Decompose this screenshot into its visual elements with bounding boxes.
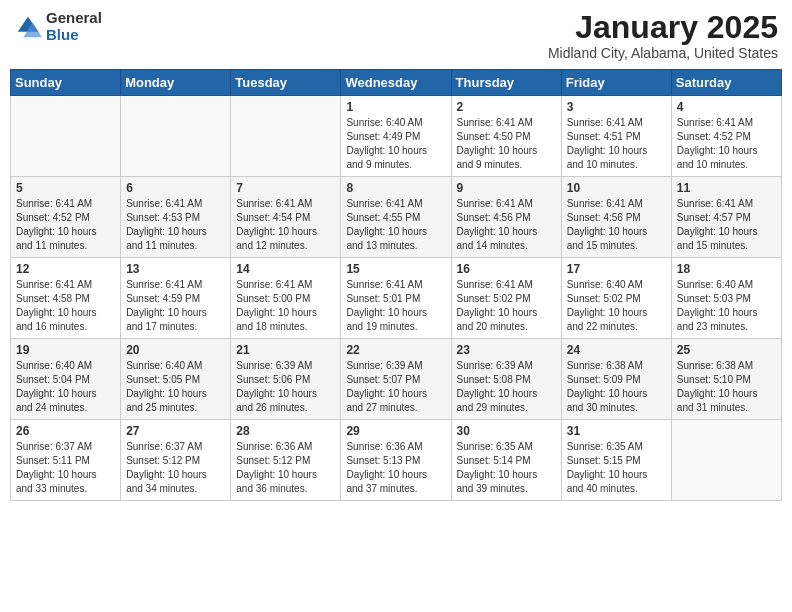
day-detail: Sunrise: 6:36 AM Sunset: 5:12 PM Dayligh… [236, 440, 335, 496]
calendar-cell: 13Sunrise: 6:41 AM Sunset: 4:59 PM Dayli… [121, 258, 231, 339]
day-number: 31 [567, 424, 666, 438]
day-number: 30 [457, 424, 556, 438]
calendar-cell: 4Sunrise: 6:41 AM Sunset: 4:52 PM Daylig… [671, 96, 781, 177]
day-detail: Sunrise: 6:41 AM Sunset: 4:58 PM Dayligh… [16, 278, 115, 334]
weekday-header-saturday: Saturday [671, 70, 781, 96]
day-detail: Sunrise: 6:39 AM Sunset: 5:08 PM Dayligh… [457, 359, 556, 415]
day-number: 12 [16, 262, 115, 276]
day-number: 29 [346, 424, 445, 438]
month-title: January 2025 [548, 10, 778, 45]
calendar-cell: 11Sunrise: 6:41 AM Sunset: 4:57 PM Dayli… [671, 177, 781, 258]
calendar-cell: 29Sunrise: 6:36 AM Sunset: 5:13 PM Dayli… [341, 420, 451, 501]
calendar-cell: 10Sunrise: 6:41 AM Sunset: 4:56 PM Dayli… [561, 177, 671, 258]
day-detail: Sunrise: 6:41 AM Sunset: 4:56 PM Dayligh… [457, 197, 556, 253]
calendar-week-row: 12Sunrise: 6:41 AM Sunset: 4:58 PM Dayli… [11, 258, 782, 339]
calendar-cell [231, 96, 341, 177]
weekday-header-sunday: Sunday [11, 70, 121, 96]
day-detail: Sunrise: 6:35 AM Sunset: 5:14 PM Dayligh… [457, 440, 556, 496]
day-number: 15 [346, 262, 445, 276]
page-header: General Blue January 2025 Midland City, … [10, 10, 782, 61]
day-detail: Sunrise: 6:41 AM Sunset: 5:02 PM Dayligh… [457, 278, 556, 334]
weekday-header-tuesday: Tuesday [231, 70, 341, 96]
calendar-cell: 26Sunrise: 6:37 AM Sunset: 5:11 PM Dayli… [11, 420, 121, 501]
calendar-cell [121, 96, 231, 177]
day-number: 11 [677, 181, 776, 195]
day-detail: Sunrise: 6:40 AM Sunset: 5:03 PM Dayligh… [677, 278, 776, 334]
calendar-cell: 23Sunrise: 6:39 AM Sunset: 5:08 PM Dayli… [451, 339, 561, 420]
location: Midland City, Alabama, United States [548, 45, 778, 61]
calendar-cell: 6Sunrise: 6:41 AM Sunset: 4:53 PM Daylig… [121, 177, 231, 258]
calendar-cell: 2Sunrise: 6:41 AM Sunset: 4:50 PM Daylig… [451, 96, 561, 177]
day-number: 13 [126, 262, 225, 276]
day-number: 28 [236, 424, 335, 438]
logo-text: General Blue [46, 10, 102, 43]
day-number: 9 [457, 181, 556, 195]
calendar-cell: 21Sunrise: 6:39 AM Sunset: 5:06 PM Dayli… [231, 339, 341, 420]
day-number: 3 [567, 100, 666, 114]
weekday-header-row: SundayMondayTuesdayWednesdayThursdayFrid… [11, 70, 782, 96]
weekday-header-thursday: Thursday [451, 70, 561, 96]
calendar-week-row: 5Sunrise: 6:41 AM Sunset: 4:52 PM Daylig… [11, 177, 782, 258]
day-detail: Sunrise: 6:40 AM Sunset: 5:02 PM Dayligh… [567, 278, 666, 334]
calendar-week-row: 26Sunrise: 6:37 AM Sunset: 5:11 PM Dayli… [11, 420, 782, 501]
calendar-cell: 31Sunrise: 6:35 AM Sunset: 5:15 PM Dayli… [561, 420, 671, 501]
weekday-header-wednesday: Wednesday [341, 70, 451, 96]
calendar-cell [11, 96, 121, 177]
day-number: 17 [567, 262, 666, 276]
day-detail: Sunrise: 6:41 AM Sunset: 4:55 PM Dayligh… [346, 197, 445, 253]
day-detail: Sunrise: 6:41 AM Sunset: 5:01 PM Dayligh… [346, 278, 445, 334]
calendar-cell: 25Sunrise: 6:38 AM Sunset: 5:10 PM Dayli… [671, 339, 781, 420]
day-number: 21 [236, 343, 335, 357]
calendar-cell: 14Sunrise: 6:41 AM Sunset: 5:00 PM Dayli… [231, 258, 341, 339]
day-number: 1 [346, 100, 445, 114]
calendar-cell: 19Sunrise: 6:40 AM Sunset: 5:04 PM Dayli… [11, 339, 121, 420]
day-number: 27 [126, 424, 225, 438]
weekday-header-monday: Monday [121, 70, 231, 96]
calendar-table: SundayMondayTuesdayWednesdayThursdayFrid… [10, 69, 782, 501]
calendar-cell: 12Sunrise: 6:41 AM Sunset: 4:58 PM Dayli… [11, 258, 121, 339]
day-detail: Sunrise: 6:40 AM Sunset: 5:05 PM Dayligh… [126, 359, 225, 415]
calendar-week-row: 1Sunrise: 6:40 AM Sunset: 4:49 PM Daylig… [11, 96, 782, 177]
calendar-cell: 20Sunrise: 6:40 AM Sunset: 5:05 PM Dayli… [121, 339, 231, 420]
day-detail: Sunrise: 6:41 AM Sunset: 5:00 PM Dayligh… [236, 278, 335, 334]
day-detail: Sunrise: 6:41 AM Sunset: 4:56 PM Dayligh… [567, 197, 666, 253]
day-number: 26 [16, 424, 115, 438]
day-number: 23 [457, 343, 556, 357]
logo: General Blue [14, 10, 102, 43]
weekday-header-friday: Friday [561, 70, 671, 96]
day-number: 25 [677, 343, 776, 357]
calendar-cell: 28Sunrise: 6:36 AM Sunset: 5:12 PM Dayli… [231, 420, 341, 501]
day-number: 10 [567, 181, 666, 195]
day-number: 6 [126, 181, 225, 195]
calendar-cell: 9Sunrise: 6:41 AM Sunset: 4:56 PM Daylig… [451, 177, 561, 258]
day-detail: Sunrise: 6:39 AM Sunset: 5:06 PM Dayligh… [236, 359, 335, 415]
day-detail: Sunrise: 6:41 AM Sunset: 4:50 PM Dayligh… [457, 116, 556, 172]
calendar-cell: 8Sunrise: 6:41 AM Sunset: 4:55 PM Daylig… [341, 177, 451, 258]
calendar-cell: 16Sunrise: 6:41 AM Sunset: 5:02 PM Dayli… [451, 258, 561, 339]
calendar-cell: 7Sunrise: 6:41 AM Sunset: 4:54 PM Daylig… [231, 177, 341, 258]
day-detail: Sunrise: 6:38 AM Sunset: 5:09 PM Dayligh… [567, 359, 666, 415]
day-detail: Sunrise: 6:37 AM Sunset: 5:12 PM Dayligh… [126, 440, 225, 496]
calendar-cell: 17Sunrise: 6:40 AM Sunset: 5:02 PM Dayli… [561, 258, 671, 339]
day-number: 8 [346, 181, 445, 195]
calendar-cell: 22Sunrise: 6:39 AM Sunset: 5:07 PM Dayli… [341, 339, 451, 420]
day-detail: Sunrise: 6:35 AM Sunset: 5:15 PM Dayligh… [567, 440, 666, 496]
day-number: 19 [16, 343, 115, 357]
day-number: 7 [236, 181, 335, 195]
logo-general-text: General [46, 10, 102, 27]
day-number: 5 [16, 181, 115, 195]
logo-icon [14, 13, 42, 41]
day-number: 4 [677, 100, 776, 114]
title-block: January 2025 Midland City, Alabama, Unit… [548, 10, 778, 61]
calendar-cell: 27Sunrise: 6:37 AM Sunset: 5:12 PM Dayli… [121, 420, 231, 501]
day-detail: Sunrise: 6:41 AM Sunset: 4:53 PM Dayligh… [126, 197, 225, 253]
calendar-cell: 3Sunrise: 6:41 AM Sunset: 4:51 PM Daylig… [561, 96, 671, 177]
calendar-cell: 15Sunrise: 6:41 AM Sunset: 5:01 PM Dayli… [341, 258, 451, 339]
day-detail: Sunrise: 6:41 AM Sunset: 4:57 PM Dayligh… [677, 197, 776, 253]
calendar-cell: 24Sunrise: 6:38 AM Sunset: 5:09 PM Dayli… [561, 339, 671, 420]
day-number: 20 [126, 343, 225, 357]
day-detail: Sunrise: 6:41 AM Sunset: 4:54 PM Dayligh… [236, 197, 335, 253]
calendar-cell: 1Sunrise: 6:40 AM Sunset: 4:49 PM Daylig… [341, 96, 451, 177]
calendar-cell: 5Sunrise: 6:41 AM Sunset: 4:52 PM Daylig… [11, 177, 121, 258]
day-detail: Sunrise: 6:40 AM Sunset: 5:04 PM Dayligh… [16, 359, 115, 415]
